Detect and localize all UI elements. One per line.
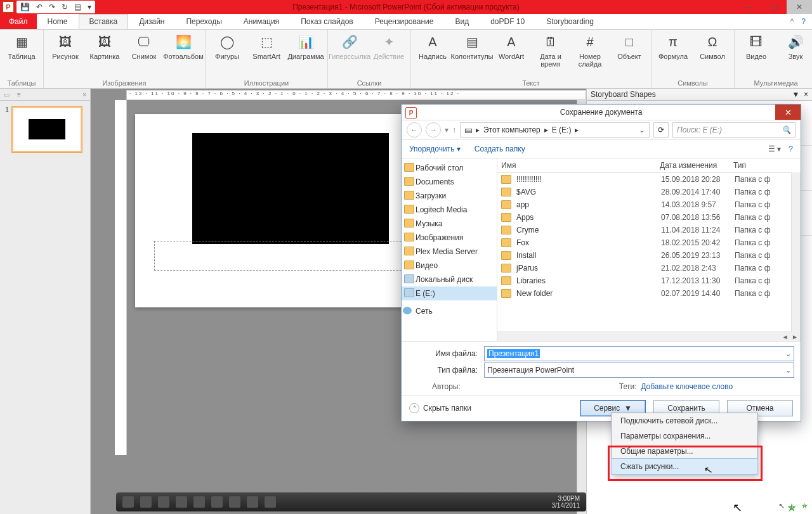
col-type[interactable]: Тип [733, 161, 801, 170]
filetype-select[interactable]: Презентация PowerPoint ⌄ [484, 363, 794, 378]
folder-tree-network[interactable]: Сеть [402, 304, 497, 318]
slide-thumb-1[interactable]: 1 [5, 106, 85, 153]
task-icon[interactable] [140, 496, 152, 508]
ribbon-item[interactable]: 🖼Рисунок [48, 32, 83, 60]
file-row[interactable]: Libraries17.12.2013 11:30Папка с ф [497, 274, 801, 287]
tab-view[interactable]: Вид [444, 14, 480, 29]
tab-transitions[interactable]: Переходы [175, 14, 232, 29]
folder-tree[interactable]: Рабочий столDocumentsЗагрузкиLogitech Me… [402, 158, 497, 341]
chevron-down-icon[interactable]: ⌄ [785, 350, 791, 358]
ribbon-item[interactable]: 🖼Картинка [87, 32, 122, 60]
col-date[interactable]: Дата изменения [660, 161, 733, 170]
file-list-vscroll[interactable] [791, 172, 801, 332]
thumbnails-tab-outline[interactable]: ≡ [17, 91, 21, 98]
folder-tree-item[interactable]: Plex Media Server [402, 245, 497, 259]
ribbon-item[interactable]: 🗓Дата и время [533, 32, 568, 68]
save-icon[interactable]: 💾 [20, 3, 30, 11]
maximize-button[interactable]: ▢ [761, 0, 787, 14]
task-icon[interactable] [265, 496, 276, 508]
ribbon-item[interactable]: ΩСимвол [695, 32, 730, 60]
nav-forward-button[interactable]: → [426, 122, 441, 138]
file-row[interactable]: jParus21.02.2018 2:43Папка с ф [497, 262, 801, 274]
tab-design[interactable]: Дизайн [128, 14, 175, 29]
col-name[interactable]: Имя [501, 161, 660, 170]
nav-back-button[interactable]: ← [407, 122, 422, 138]
panel-dropdown-icon[interactable]: ▼ [792, 90, 799, 99]
file-tab[interactable]: Файл [0, 14, 37, 29]
folder-tree-item[interactable]: Изображения [402, 231, 497, 245]
task-icon[interactable] [176, 496, 187, 508]
redo-icon[interactable]: ↷ [49, 3, 55, 11]
folder-tree-item[interactable]: Музыка [402, 217, 497, 231]
chevron-down-icon[interactable]: ⌄ [785, 366, 791, 375]
ribbon-item[interactable]: πФормула [655, 32, 691, 60]
menu-item-general-options[interactable]: Общие параметры... [612, 444, 757, 459]
ribbon-item[interactable]: 🔊Звук [778, 32, 812, 60]
thumbnails-close-icon[interactable]: × [82, 91, 86, 98]
task-icon[interactable] [247, 496, 258, 508]
file-list[interactable]: Имя Дата изменения Тип !!!!!!!!!!!!15.09… [497, 158, 801, 341]
ribbon-item[interactable]: 🎞Видео [738, 32, 774, 60]
nav-up-icon[interactable]: ↑ [452, 125, 456, 134]
folder-tree-item[interactable]: Рабочий стол [402, 161, 497, 175]
file-row[interactable]: Cryme11.04.2018 11:24Папка с ф [497, 224, 801, 236]
file-row[interactable]: !!!!!!!!!!!!15.09.2018 20:28Папка с ф [497, 173, 801, 186]
close-button[interactable]: ✕ [787, 0, 812, 14]
file-row[interactable]: $AVG28.09.2014 17:40Папка с ф [497, 186, 801, 198]
new-folder-button[interactable]: Создать папку [475, 145, 525, 153]
task-icon[interactable] [158, 496, 169, 508]
ribbon-item[interactable]: 🖵Снимок [126, 32, 162, 60]
breadcrumb-item[interactable]: Этот компьютер [483, 125, 540, 134]
folder-tree-item[interactable]: Загрузки [402, 189, 497, 203]
tags-link[interactable]: Добавьте ключевое слово [641, 382, 733, 391]
folder-tree-item[interactable]: Видео [402, 259, 497, 273]
start-icon[interactable] [122, 496, 134, 508]
file-row[interactable]: app14.03.2018 9:57Папка с ф [497, 198, 801, 211]
ribbon-item[interactable]: ◯Фигуры [209, 32, 245, 60]
folder-tree-item[interactable]: Documents [402, 175, 497, 189]
ribbon-item[interactable]: #Номер слайда [572, 32, 608, 68]
ribbon-minimize-icon[interactable]: ^ [790, 17, 794, 26]
hide-folders-button[interactable]: ˄ Скрыть папки [409, 403, 471, 413]
menu-item-map-drive[interactable]: Подключить сетевой диск... [612, 413, 757, 428]
tab-storyboarding[interactable]: Storyboarding [535, 14, 605, 29]
qat-more-icon[interactable]: ▾ [88, 3, 91, 11]
nav-dropdown-icon[interactable]: ▾ [445, 125, 449, 134]
tab-animation[interactable]: Анимация [233, 14, 290, 29]
breadcrumb[interactable]: 🖴 ▸ Этот компьютер ▸ E (E:) ▸ ⌄ [460, 122, 650, 138]
ribbon-item[interactable]: ⬚SmartArt [249, 32, 284, 60]
tab-home[interactable]: Home [37, 14, 79, 29]
tab-insert[interactable]: Вставка [79, 14, 129, 29]
help-icon[interactable]: ? [801, 17, 806, 26]
refresh-button[interactable]: ⟳ [653, 122, 669, 138]
folder-tree-item[interactable]: Logitech Media [402, 203, 497, 217]
organize-button[interactable]: Упорядочить ▾ [409, 145, 461, 153]
task-icon[interactable] [211, 496, 223, 508]
file-list-hscroll[interactable]: ◄ ► [497, 331, 801, 341]
breadcrumb-item[interactable]: E (E:) [552, 125, 572, 134]
ribbon-item[interactable]: ▦Таблица [4, 32, 39, 60]
folder-tree-item[interactable]: Локальный диск [402, 273, 497, 286]
tab-dopdf[interactable]: doPDF 10 [480, 14, 535, 29]
file-row[interactable]: New folder02.07.2019 14:40Папка с ф [497, 287, 801, 300]
repeat-icon[interactable]: ↻ [62, 3, 68, 11]
minimize-button[interactable]: — [736, 0, 761, 14]
file-row[interactable]: Fox18.02.2015 20:42Папка с ф [497, 236, 801, 249]
breadcrumb-dropdown-icon[interactable]: ⌄ [639, 125, 645, 134]
ribbon-item[interactable]: AWordArt [494, 32, 529, 68]
ribbon-item[interactable]: 📊Диаграмма [288, 32, 324, 60]
ribbon-item[interactable]: □Объект [612, 32, 647, 68]
menu-item-compress-pictures[interactable]: Сжать рисунки... [611, 458, 758, 475]
slide-black-rectangle[interactable] [192, 133, 389, 244]
view-options-icon[interactable]: ☰ ▾ [768, 145, 781, 153]
file-row[interactable]: Install26.05.2019 23:13Папка с ф [497, 249, 801, 262]
panel-close-icon[interactable]: × [804, 90, 808, 99]
file-row[interactable]: Apps07.08.2018 13:56Папка с ф [497, 211, 801, 224]
ribbon-item[interactable]: ▤Колонтитулы [454, 32, 490, 68]
search-input[interactable]: Поиск: E (E:) 🔍 [672, 122, 796, 138]
thumbnails-tab-slides[interactable]: ▭ [4, 91, 10, 98]
ribbon-item[interactable]: AНадпись [415, 32, 450, 68]
print-icon[interactable]: ▤ [74, 3, 81, 11]
folder-tree-item[interactable]: E (E:) [402, 286, 497, 300]
task-icon[interactable] [193, 496, 205, 508]
